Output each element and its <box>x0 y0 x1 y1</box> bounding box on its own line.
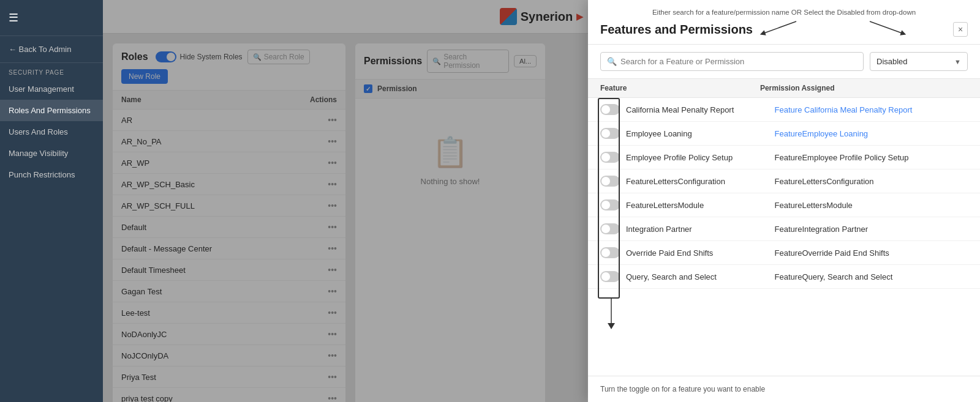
svg-line-0 <box>763 21 796 34</box>
modal-search-icon: 🔍 <box>607 57 617 66</box>
annotation-arrow-left <box>760 18 802 37</box>
permission-assigned-name: FeatureOverride Paid End Shifts <box>775 248 968 258</box>
sidebar-header: ☰ <box>0 0 103 36</box>
feature-col-header: Feature <box>600 84 760 92</box>
sidebar: ☰ ← Back To Admin SECURITY PAGE User Man… <box>0 0 103 402</box>
sidebar-item-users-and-roles[interactable]: Users And Roles <box>0 121 103 143</box>
modal-feature-row: Query, Search and Select FeatureQuery, S… <box>588 265 980 289</box>
nav-menu: User ManagementRoles And PermissionsUser… <box>0 78 103 185</box>
feature-toggle[interactable] <box>600 271 620 282</box>
permission-assigned-name: FeatureQuery, Search and Select <box>775 272 968 281</box>
feature-name: Integration Partner <box>626 225 775 234</box>
modal-header: Either search for a feature/permission n… <box>588 0 980 45</box>
feature-name: Override Paid End Shifts <box>626 248 775 258</box>
modal-title: Features and Permissions <box>600 23 753 37</box>
feature-name: FeatureLettersConfiguration <box>626 177 775 186</box>
modal-footer: Turn the toggle on for a feature you wan… <box>588 376 980 402</box>
modal-disabled-dropdown[interactable]: Disabled ▼ <box>870 52 968 71</box>
modal-rows-container: California Meal Penalty Report Feature C… <box>588 98 980 289</box>
feature-toggle-knob <box>601 248 610 257</box>
arrow-down-annotation <box>606 299 616 329</box>
feature-name: Employee Loaning <box>626 129 775 138</box>
feature-toggle-knob <box>601 272 610 281</box>
sidebar-item-roles-and-permissions[interactable]: Roles And Permissions <box>0 100 103 121</box>
feature-toggle[interactable] <box>600 223 620 234</box>
feature-name: Query, Search and Select <box>626 272 775 281</box>
security-section-label: SECURITY PAGE <box>0 63 103 78</box>
modal-table-header: Feature Permission Assigned <box>588 79 980 98</box>
feature-toggle[interactable] <box>600 152 620 163</box>
modal-feature-row: Integration Partner FeatureIntegration P… <box>588 217 980 241</box>
feature-toggle[interactable] <box>600 199 620 210</box>
feature-name: FeatureLettersModule <box>626 201 775 210</box>
arrow-down-icon <box>606 299 616 329</box>
permission-assigned-name: FeatureLettersModule <box>775 201 968 210</box>
permission-assigned-col-header: Permission Assigned <box>760 84 968 92</box>
modal-search-input[interactable] <box>620 57 857 66</box>
hamburger-icon[interactable]: ☰ <box>9 11 18 24</box>
modal-feature-row: Employee Profile Policy Setup FeatureEmp… <box>588 146 980 169</box>
feature-toggle-knob <box>601 177 610 185</box>
modal-feature-row: FeatureLettersModule FeatureLettersModul… <box>588 193 980 217</box>
modal-feature-row: FeatureLettersConfiguration FeatureLette… <box>588 169 980 193</box>
modal-table: California Meal Penalty Report Feature C… <box>588 98 980 376</box>
feature-toggle-knob <box>601 225 610 233</box>
modal-footer-text: Turn the toggle on for a feature you wan… <box>600 385 765 393</box>
features-permissions-modal: Either search for a feature/permission n… <box>588 0 980 402</box>
annotation-arrow-right <box>864 18 907 37</box>
feature-toggle-knob <box>601 105 610 114</box>
permission-assigned-name: FeatureIntegration Partner <box>775 225 968 234</box>
feature-toggle[interactable] <box>600 247 620 258</box>
back-to-admin-label: ← Back To Admin <box>9 45 71 54</box>
modal-close-button[interactable]: × <box>953 22 968 37</box>
permission-assigned-name: FeatureLettersConfiguration <box>775 177 968 186</box>
permission-assigned-name: FeatureEmployee Profile Policy Setup <box>775 153 968 162</box>
permission-assigned-name: Feature California Meal Penalty Report <box>775 105 968 114</box>
dropdown-value: Disabled <box>876 57 908 66</box>
modal-controls: 🔍 Disabled ▼ <box>588 45 980 79</box>
permission-assigned-name: FeatureEmployee Loaning <box>775 129 968 138</box>
modal-annotation-area: Either search for a feature/permission n… <box>600 9 968 22</box>
back-to-admin-link[interactable]: ← Back To Admin <box>0 36 103 63</box>
modal-feature-row: Override Paid End Shifts FeatureOverride… <box>588 241 980 265</box>
feature-toggle-knob <box>601 201 610 209</box>
modal-feature-row: Employee Loaning FeatureEmployee Loaning <box>588 122 980 146</box>
feature-toggle[interactable] <box>600 104 620 115</box>
feature-toggle[interactable] <box>600 128 620 139</box>
feature-toggle-knob <box>601 153 610 162</box>
svg-line-1 <box>870 21 903 34</box>
sidebar-item-punch-restrictions[interactable]: Punch Restrictions <box>0 164 103 185</box>
feature-name: Employee Profile Policy Setup <box>626 153 775 162</box>
chevron-down-icon: ▼ <box>954 58 961 65</box>
sidebar-item-manage-visibility[interactable]: Manage Visibility <box>0 143 103 164</box>
modal-search-input-wrap[interactable]: 🔍 <box>600 52 864 71</box>
modal-feature-row: California Meal Penalty Report Feature C… <box>588 98 980 122</box>
feature-toggle-knob <box>601 129 610 138</box>
feature-toggle[interactable] <box>600 176 620 187</box>
feature-name: California Meal Penalty Report <box>626 105 775 114</box>
svg-marker-3 <box>608 323 615 329</box>
sidebar-item-user-management[interactable]: User Management <box>0 78 103 100</box>
